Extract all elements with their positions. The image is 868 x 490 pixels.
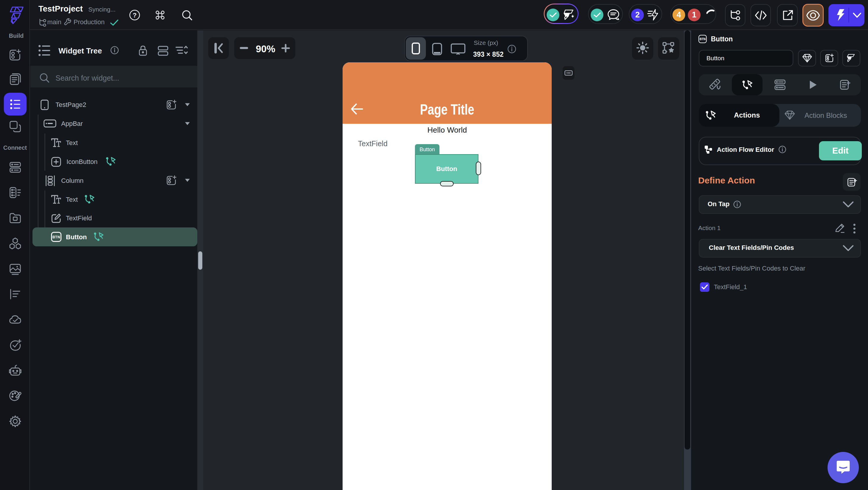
- svg-text:?: ?: [133, 11, 136, 19]
